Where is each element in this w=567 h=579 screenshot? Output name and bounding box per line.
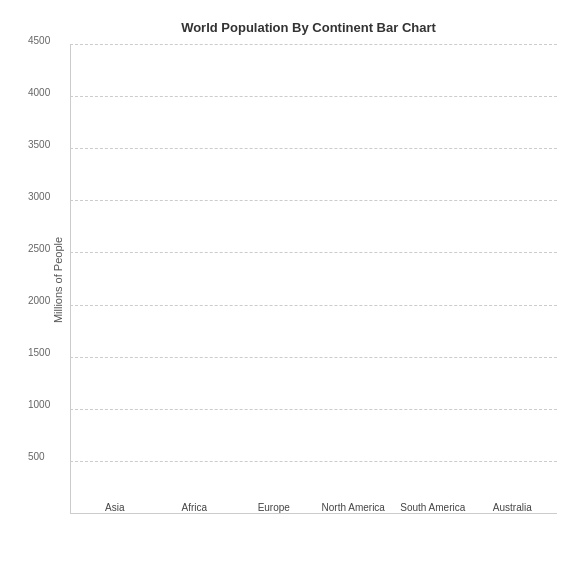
grid-label: 500 [28,451,45,462]
chart-container: World Population By Continent Bar Chart … [0,0,567,579]
chart-area: Millions of People 450040003500300025002… [70,45,557,514]
bars-row: AsiaAfricaEuropeNorth AmericaSouth Ameri… [70,45,557,514]
bar-label: Australia [493,502,532,514]
grid-label: 1500 [28,347,50,358]
bar-label: Africa [181,502,207,514]
bar-group: North America [314,497,394,514]
bar-group: Asia [75,497,155,514]
bar-group: Europe [234,497,314,514]
bar-group: South America [393,497,473,514]
bar-label: South America [400,502,465,514]
grid-label: 4000 [28,86,50,97]
grid-label: 1000 [28,399,50,410]
y-axis-label: Millions of People [52,236,64,322]
grid-label: 3000 [28,190,50,201]
grid-label: 4500 [28,34,50,45]
grid-label: 2500 [28,242,50,253]
grid-label: 3500 [28,138,50,149]
bar-group: Australia [473,497,553,514]
bar-label: North America [322,502,385,514]
bar-label: Asia [105,502,124,514]
bar-group: Africa [155,497,235,514]
grid-label: 2000 [28,295,50,306]
chart-title: World Population By Continent Bar Chart [70,20,557,35]
grid-and-bars: 45004000350030002500200015001000500 Asia… [70,45,557,514]
bar-label: Europe [258,502,290,514]
